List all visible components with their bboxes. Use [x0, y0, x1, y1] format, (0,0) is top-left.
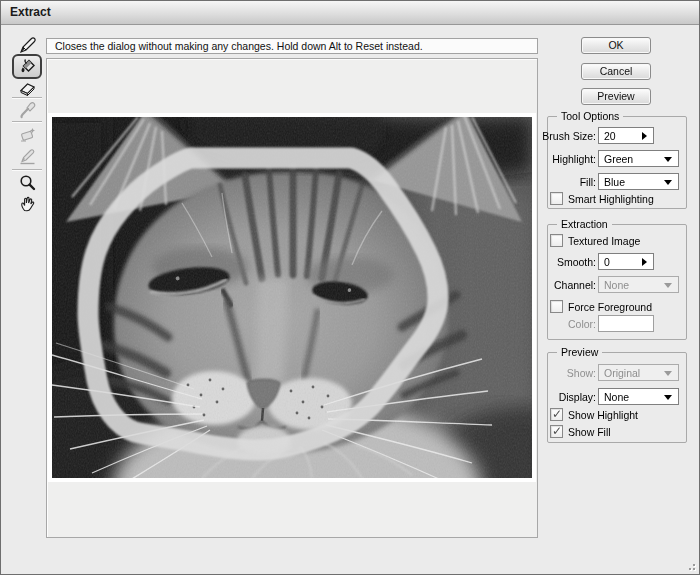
fill-select[interactable]: Blue [598, 173, 679, 190]
show-highlight-label: Show Highlight [568, 409, 638, 421]
tool-zoom[interactable] [15, 172, 39, 192]
highlight-select[interactable]: Green [598, 150, 679, 167]
show-select[interactable]: Original [598, 364, 679, 381]
show-label: Show: [524, 367, 596, 379]
brush-size-slider-arrow-icon[interactable] [642, 132, 647, 140]
cleanup-icon [18, 125, 37, 144]
resize-grip[interactable] [685, 560, 695, 570]
toolbar-separator [12, 169, 42, 170]
channel-select[interactable]: None [598, 276, 679, 293]
dialog-title: Extract [10, 5, 51, 19]
tool-eyedropper[interactable] [15, 100, 39, 120]
image-canvas[interactable] [46, 58, 538, 538]
chevron-down-icon[interactable] [664, 157, 672, 162]
magnifier-icon [18, 173, 37, 192]
brush-size-field[interactable]: 20 [598, 127, 654, 144]
tool-eraser[interactable] [15, 78, 39, 98]
eraser-icon [18, 79, 37, 98]
hand-icon [18, 194, 37, 213]
force-foreground-checkbox[interactable] [550, 300, 563, 313]
paint-bucket-icon [18, 57, 37, 76]
cat-photo[interactable] [52, 117, 532, 478]
toolbar-separator [12, 97, 42, 98]
title-bar[interactable]: Extract [1, 1, 699, 25]
tool-edge-touchup[interactable] [15, 146, 39, 166]
smooth-label: Smooth: [524, 256, 596, 268]
show-fill-label: Show Fill [568, 426, 611, 438]
eyedropper-icon [18, 101, 37, 120]
status-bar: Closes the dialog without making any cha… [46, 38, 538, 54]
tool-cleanup[interactable] [15, 124, 39, 144]
display-select[interactable]: None [598, 388, 679, 405]
smart-highlighting-label: Smart Highlighting [568, 193, 654, 205]
force-foreground-label: Force Foreground [568, 301, 652, 313]
edge-touchup-icon [18, 147, 37, 166]
tool-hand[interactable] [15, 193, 39, 213]
toolbar-separator [12, 121, 42, 122]
extraction-title: Extraction [557, 218, 612, 230]
highlight-label: Highlight: [524, 153, 596, 165]
tool-edge-highlighter[interactable] [15, 35, 39, 55]
brush-size-label: Brush Size: [524, 130, 596, 142]
ok-button[interactable]: OK [581, 37, 651, 54]
photo-frame [48, 113, 536, 482]
chevron-down-icon[interactable] [664, 395, 672, 400]
preview-title: Preview [557, 346, 602, 358]
color-label: Color: [524, 318, 596, 330]
show-highlight-checkbox[interactable] [550, 408, 563, 421]
smart-highlighting-checkbox[interactable] [550, 192, 563, 205]
marker-icon [18, 36, 37, 55]
tool-fill[interactable] [12, 54, 42, 79]
cancel-button[interactable]: Cancel [581, 63, 651, 80]
show-fill-checkbox[interactable] [550, 425, 563, 438]
chevron-down-icon[interactable] [664, 180, 672, 185]
textured-image-label: Textured Image [568, 235, 640, 247]
fill-label: Fill: [524, 176, 596, 188]
chevron-down-icon[interactable] [664, 283, 672, 288]
channel-label: Channel: [524, 279, 596, 291]
chevron-down-icon[interactable] [664, 371, 672, 376]
display-label: Display: [524, 391, 596, 403]
tool-options-title: Tool Options [557, 110, 623, 122]
smooth-slider-arrow-icon[interactable] [642, 258, 647, 266]
smooth-field[interactable]: 0 [598, 253, 654, 270]
preview-button[interactable]: Preview [581, 88, 651, 105]
color-swatch[interactable] [598, 315, 654, 332]
extract-dialog: Extract [0, 0, 700, 575]
textured-image-checkbox[interactable] [550, 234, 563, 247]
